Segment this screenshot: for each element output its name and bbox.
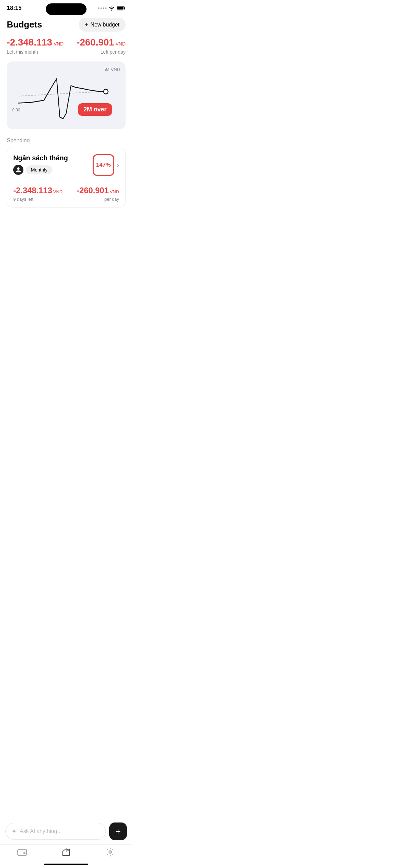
chart-top-label: 5M VND	[103, 67, 120, 72]
status-icons	[98, 6, 126, 11]
left-day-label: Left per day	[77, 49, 126, 55]
chart-bottom-label: 0.00	[12, 108, 20, 112]
card-top: Ngân sách tháng Monthly 147% ›	[13, 154, 119, 176]
left-month-amount: -2.348.113VND	[7, 37, 63, 48]
over-badge: 2M over	[78, 103, 112, 116]
card-meta: Monthly	[13, 165, 68, 175]
plus-icon: +	[85, 21, 89, 28]
card-bottom: -2.348.113VND 9 days left -260.901VND pe…	[13, 186, 119, 202]
status-time: 18:15	[7, 5, 21, 12]
budget-card[interactable]: Ngân sách tháng Monthly 147% › -2.348.11…	[7, 148, 126, 207]
wifi-icon	[109, 6, 115, 11]
per-day-label: per day	[77, 197, 119, 202]
status-bar: 18:15	[0, 0, 132, 14]
left-month-label: Left this month	[7, 49, 63, 55]
signal-dots	[98, 7, 107, 9]
chevron-right-icon[interactable]: ›	[117, 162, 119, 169]
card-right-amount: -260.901VND per day	[77, 186, 119, 202]
card-left-amount: -2.348.113VND 9 days left	[13, 186, 62, 202]
page-header: Budgets + New budget	[0, 14, 132, 37]
new-budget-button[interactable]: + New budget	[79, 18, 126, 32]
dynamic-island	[46, 3, 87, 15]
spending-chart: 5M VND 0.00 2M over	[7, 61, 126, 129]
avatar	[13, 165, 23, 175]
svg-point-3	[103, 89, 108, 94]
budget-name: Ngân sách tháng	[13, 154, 68, 162]
percent-circle: 147%	[93, 154, 114, 176]
per-day-amount: -260.901VND	[77, 186, 119, 195]
summary-row: -2.348.113VND Left this month -260.901VN…	[0, 37, 132, 61]
battery-icon	[117, 6, 126, 11]
svg-rect-1	[117, 7, 123, 10]
percent-circle-wrap: 147% ›	[93, 154, 119, 176]
avatar-svg	[15, 167, 21, 173]
frequency-badge: Monthly	[26, 165, 52, 174]
spending-section-label: Spending	[0, 138, 132, 148]
left-day-summary: -260.901VND Left per day	[77, 37, 126, 55]
card-info: Ngân sách tháng Monthly	[13, 154, 68, 175]
days-left-label: 9 days left	[13, 197, 62, 202]
card-divider	[13, 181, 119, 181]
left-day-amount: -260.901VND	[77, 37, 126, 48]
spacer	[0, 214, 132, 275]
left-month-summary: -2.348.113VND Left this month	[7, 37, 63, 55]
page-title: Budgets	[7, 19, 42, 30]
new-budget-label: New budget	[91, 22, 119, 28]
card-amount: -2.348.113VND	[13, 186, 62, 195]
